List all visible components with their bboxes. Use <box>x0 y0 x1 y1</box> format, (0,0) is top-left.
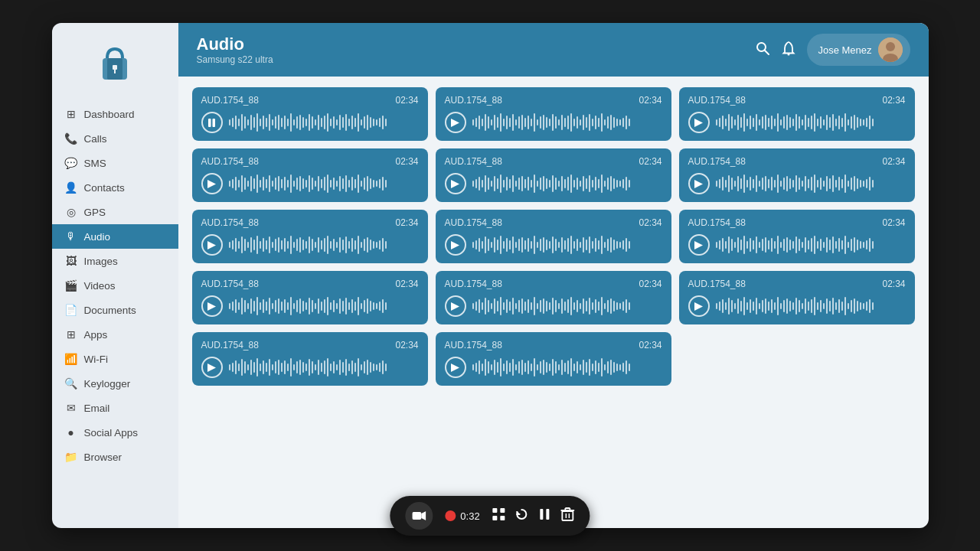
play-button[interactable] <box>201 357 223 378</box>
waveform-bar <box>753 240 755 249</box>
waveform-bar <box>278 360 280 375</box>
search-icon[interactable] <box>755 41 770 60</box>
waveform-bar <box>762 178 764 190</box>
bottom-bar: 0:32 <box>390 496 590 536</box>
waveform-bar <box>385 180 387 187</box>
waveform-bar <box>719 240 721 249</box>
svg-marker-16 <box>694 180 703 188</box>
sidebar-item-contacts[interactable]: 👤 Contacts <box>52 175 178 200</box>
sidebar-item-calls[interactable]: 📞 Calls <box>52 126 178 151</box>
audio-duration: 02:34 <box>395 95 418 106</box>
sidebar-item-keylogger[interactable]: 🔍 Keylogger <box>52 371 178 396</box>
waveform-bar <box>716 119 718 126</box>
audio-card-header: AUD.1754_88 02:34 <box>445 340 662 350</box>
waveform-bar <box>528 238 530 252</box>
waveform-bar <box>540 116 542 129</box>
waveform-bar <box>238 241 240 249</box>
waveform-bar <box>802 303 804 309</box>
play-button[interactable] <box>688 112 710 133</box>
play-button[interactable] <box>445 357 466 378</box>
sidebar-item-email[interactable]: ✉ Email <box>52 396 178 420</box>
waveform-bar <box>488 239 490 251</box>
waveform-bar <box>244 116 247 129</box>
sidebar-item-sms[interactable]: 💬 SMS <box>52 151 178 175</box>
pause-icon[interactable] <box>538 507 552 525</box>
sidebar-item-audio[interactable]: 🎙 Audio <box>52 224 178 249</box>
waveform-bar <box>244 239 247 251</box>
waveform-bar <box>475 240 478 249</box>
play-button[interactable] <box>688 295 710 317</box>
sidebar-item-documents[interactable]: 📄 Documents <box>52 298 178 322</box>
delete-icon[interactable] <box>561 507 575 525</box>
wifi-icon: 📶 <box>64 353 78 365</box>
waveform-bar <box>229 119 231 126</box>
play-button[interactable] <box>445 234 466 256</box>
audio-card-header: AUD.1754_88 02:34 <box>688 217 906 228</box>
pause-button[interactable] <box>201 112 223 133</box>
waveform-bar <box>472 119 475 126</box>
waveform-bar <box>361 242 363 248</box>
waveform-bar <box>296 300 299 312</box>
play-button[interactable] <box>445 295 466 317</box>
waveform <box>229 295 419 317</box>
sidebar-item-social-apps[interactable]: ● Social Apps <box>52 420 178 445</box>
waveform-bar <box>869 299 871 313</box>
audio-card: AUD.1754_88 02:34 <box>679 87 915 141</box>
play-button[interactable] <box>688 234 710 256</box>
audio-filename: AUD.1754_88 <box>445 340 502 350</box>
play-button[interactable] <box>445 173 466 194</box>
sidebar-item-label: Calls <box>84 133 107 145</box>
sidebar-item-gps[interactable]: ◎ GPS <box>52 200 178 224</box>
waveform-bar <box>586 178 588 189</box>
waveform-bar <box>318 360 320 375</box>
play-button[interactable] <box>201 173 223 194</box>
play-button[interactable] <box>688 173 710 194</box>
waveform <box>472 295 662 317</box>
waveform-bar <box>376 303 378 309</box>
waveform-bar <box>500 174 502 193</box>
play-button[interactable] <box>201 234 223 256</box>
waveform-bar <box>537 119 539 126</box>
grid-icon[interactable] <box>492 507 506 525</box>
waveform-bar <box>564 118 567 127</box>
waveform-bar <box>725 302 727 310</box>
waveform-bar <box>734 119 737 126</box>
play-button[interactable] <box>201 295 223 317</box>
waveform-bar <box>302 301 305 311</box>
sidebar-item-apps[interactable]: ⊞ Apps <box>52 322 178 347</box>
waveform-bar <box>848 181 850 187</box>
waveform-bar <box>610 360 612 375</box>
waveform-bar <box>820 116 822 129</box>
waveform-bar <box>866 118 868 127</box>
sidebar-item-label: Dashboard <box>84 109 135 120</box>
waveform-bar <box>287 302 289 310</box>
sidebar-item-wifi[interactable]: 📶 Wi-Fi <box>52 347 178 371</box>
play-button[interactable] <box>445 112 466 133</box>
waveform-bar <box>860 180 862 187</box>
waveform-bar <box>786 237 789 253</box>
sidebar-item-dashboard[interactable]: ⊞ Dashboard <box>52 102 178 126</box>
waveform-bar <box>250 115 253 130</box>
camera-button[interactable] <box>405 502 433 530</box>
waveform-bar <box>333 239 335 251</box>
waveform-bar <box>595 360 597 374</box>
waveform-bar <box>622 118 625 127</box>
waveform-bar <box>552 114 554 131</box>
waveform-bar <box>379 240 381 249</box>
sidebar-item-images[interactable]: 🖼 Images <box>52 249 178 273</box>
waveform-bar <box>241 114 243 131</box>
sidebar-item-videos[interactable]: 🎬 Videos <box>52 273 178 298</box>
waveform-bar <box>844 174 847 193</box>
refresh-icon[interactable] <box>515 507 529 525</box>
waveform-bar <box>629 119 631 126</box>
waveform-bar <box>817 241 819 249</box>
waveform-bar <box>607 300 609 312</box>
waveform-bar <box>376 181 378 187</box>
sidebar-item-browser[interactable]: 📁 Browser <box>52 445 178 469</box>
bell-icon[interactable] <box>781 41 796 60</box>
waveform-bar <box>616 119 619 126</box>
svg-rect-25 <box>412 512 421 520</box>
waveform-bar <box>537 181 539 187</box>
dashboard-icon: ⊞ <box>64 108 78 120</box>
audio-card-header: AUD.1754_88 02:34 <box>445 95 662 106</box>
